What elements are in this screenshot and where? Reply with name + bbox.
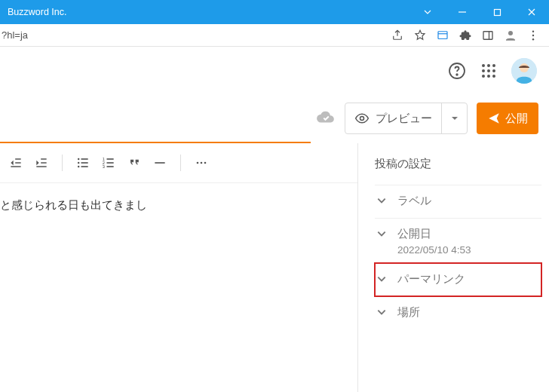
editor-content[interactable]: と感じられる日も出てきまし bbox=[0, 182, 357, 213]
sidebar-item-label: ラベル bbox=[397, 193, 431, 210]
editor-area: 123 と感じられる日も出てきまし bbox=[0, 143, 357, 392]
app-header bbox=[0, 47, 549, 95]
extensions-icon[interactable] bbox=[454, 24, 477, 47]
quote-button[interactable] bbox=[121, 150, 147, 176]
browser-url-bar: ?hl=ja bbox=[0, 24, 549, 47]
window-title: Buzzword Inc. bbox=[8, 7, 67, 17]
eye-icon bbox=[354, 111, 370, 126]
window-close-button[interactable] bbox=[514, 0, 549, 24]
sidebar-item-label: 公開日 bbox=[397, 226, 471, 243]
svg-point-5 bbox=[508, 31, 513, 35]
svg-point-16 bbox=[492, 69, 495, 72]
window-maximize-button[interactable] bbox=[480, 0, 514, 24]
sidepanel-icon[interactable] bbox=[477, 24, 499, 47]
svg-rect-1 bbox=[494, 9, 500, 15]
svg-rect-40 bbox=[107, 166, 114, 167]
preview-label: プレビュー bbox=[376, 112, 432, 126]
svg-point-12 bbox=[487, 64, 490, 67]
svg-point-22 bbox=[360, 117, 364, 121]
chevron-down-icon bbox=[376, 228, 387, 239]
svg-point-14 bbox=[482, 69, 485, 72]
chevron-down-icon bbox=[376, 307, 387, 317]
sidebar-item-permalink[interactable]: パーマリンク bbox=[375, 263, 541, 296]
svg-rect-2 bbox=[438, 31, 447, 38]
apps-grid-icon[interactable] bbox=[480, 62, 498, 80]
svg-text:3: 3 bbox=[103, 164, 105, 169]
svg-point-10 bbox=[456, 74, 458, 75]
svg-point-8 bbox=[532, 38, 534, 40]
menu-dots-icon[interactable] bbox=[522, 24, 544, 47]
screenshot-icon[interactable] bbox=[431, 24, 454, 47]
svg-rect-39 bbox=[107, 162, 114, 164]
svg-point-31 bbox=[78, 166, 80, 168]
content-text: と感じられる日も出てきまし bbox=[0, 198, 147, 211]
chevron-down-icon bbox=[376, 274, 387, 284]
editor-toolbar: 123 bbox=[0, 143, 357, 182]
sidebar-item-label: 場所 bbox=[397, 305, 420, 321]
svg-rect-33 bbox=[81, 162, 88, 164]
publish-button[interactable]: 公開 bbox=[477, 103, 538, 134]
sidebar-item-location[interactable]: 場所 bbox=[375, 296, 541, 329]
svg-point-30 bbox=[78, 162, 80, 164]
profile-icon[interactable] bbox=[499, 24, 522, 47]
svg-point-13 bbox=[492, 64, 495, 67]
url-fragment: ?hl=ja bbox=[0, 29, 28, 41]
horizontal-rule-button[interactable] bbox=[147, 150, 173, 176]
preview-button[interactable]: プレビュー bbox=[345, 103, 441, 133]
bullet-list-button[interactable] bbox=[70, 150, 96, 176]
send-icon bbox=[487, 112, 501, 125]
bookmark-star-icon[interactable] bbox=[409, 24, 431, 47]
window-minimize-button[interactable] bbox=[445, 0, 480, 24]
more-tools-button[interactable] bbox=[189, 150, 214, 176]
svg-rect-32 bbox=[81, 158, 88, 160]
svg-point-17 bbox=[482, 75, 485, 78]
svg-point-42 bbox=[197, 162, 199, 164]
sidebar-title: 投稿の設定 bbox=[375, 157, 541, 171]
window-titlebar: Buzzword Inc. bbox=[0, 0, 549, 24]
indent-decrease-button[interactable] bbox=[3, 150, 29, 176]
sidebar-item-subtext: 2022/05/10 4:53 bbox=[397, 244, 471, 256]
window-dropdown-icon[interactable] bbox=[410, 0, 445, 24]
settings-sidebar: 投稿の設定 ラベル 公開日 2022/05/10 4:53 パーマリンク 場所 bbox=[357, 143, 549, 392]
svg-rect-38 bbox=[107, 158, 114, 160]
preview-dropdown-button[interactable] bbox=[441, 103, 467, 133]
svg-point-43 bbox=[201, 162, 203, 164]
svg-point-7 bbox=[532, 34, 534, 35]
toolbar-separator bbox=[62, 155, 63, 171]
action-row: プレビュー 公開 bbox=[0, 95, 549, 142]
svg-point-15 bbox=[487, 69, 490, 72]
avatar[interactable] bbox=[511, 58, 537, 84]
sidebar-item-published[interactable]: 公開日 2022/05/10 4:53 bbox=[375, 218, 541, 263]
toolbar-separator bbox=[180, 155, 181, 171]
save-status-icon bbox=[316, 107, 336, 130]
svg-point-44 bbox=[204, 162, 207, 164]
indent-increase-button[interactable] bbox=[29, 150, 54, 176]
svg-point-6 bbox=[532, 30, 534, 32]
publish-label: 公開 bbox=[505, 112, 528, 126]
help-icon[interactable] bbox=[448, 62, 466, 80]
chevron-down-icon bbox=[376, 195, 387, 206]
sidebar-item-label: パーマリンク bbox=[397, 271, 465, 288]
svg-point-19 bbox=[492, 75, 495, 78]
numbered-list-button[interactable]: 123 bbox=[96, 150, 121, 176]
sidebar-item-labels[interactable]: ラベル bbox=[375, 185, 541, 218]
svg-point-18 bbox=[487, 75, 490, 78]
svg-point-29 bbox=[78, 158, 80, 161]
share-icon[interactable] bbox=[386, 24, 409, 47]
svg-rect-3 bbox=[483, 31, 492, 39]
caret-down-icon bbox=[450, 114, 459, 123]
svg-rect-34 bbox=[81, 166, 88, 167]
svg-point-11 bbox=[482, 64, 485, 67]
